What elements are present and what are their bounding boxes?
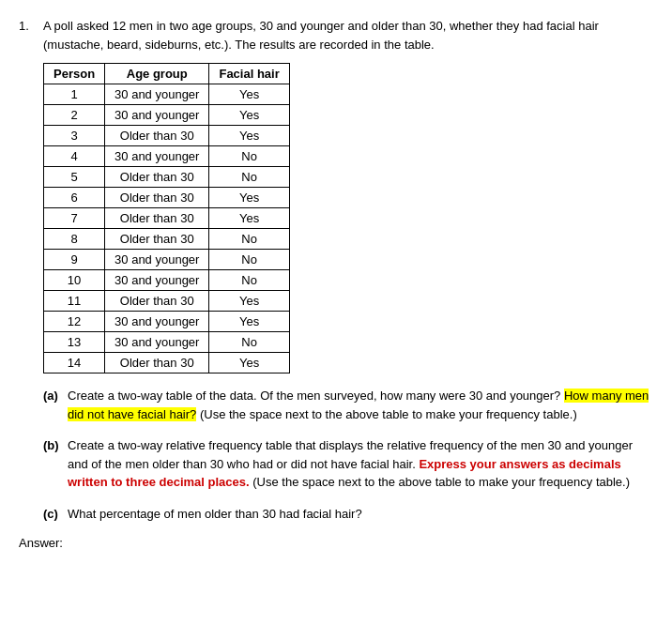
sub-questions: (a) Create a two-way table of the data. … [43, 387, 653, 523]
sub-question-c: (c) What percentage of men older than 30… [43, 505, 653, 524]
cell-facial-hair: Yes [209, 84, 289, 105]
cell-person: 14 [44, 353, 105, 373]
cell-facial-hair: Yes [209, 208, 289, 229]
cell-facial-hair: No [209, 229, 289, 250]
cell-age-group: Older than 30 [105, 291, 209, 312]
cell-person: 3 [44, 126, 105, 146]
table-row: 8 Older than 30 No [44, 229, 290, 250]
cell-age-group: 30 and younger [105, 270, 209, 291]
cell-person: 12 [44, 312, 105, 332]
cell-person: 11 [44, 291, 105, 312]
cell-facial-hair: Yes [209, 105, 289, 126]
cell-age-group: 30 and younger [105, 250, 209, 270]
cell-age-group: Older than 30 [105, 353, 209, 373]
data-table-wrapper: Person Age group Facial hair 1 30 and yo… [43, 63, 653, 373]
table-row: 3 Older than 30 Yes [44, 126, 290, 146]
cell-facial-hair: Yes [209, 291, 289, 312]
cell-person: 9 [44, 250, 105, 270]
table-row: 13 30 and younger No [44, 332, 290, 353]
cell-facial-hair: No [209, 332, 289, 353]
table-row: 10 30 and younger No [44, 270, 290, 291]
cell-facial-hair: No [209, 167, 289, 188]
sub-a-text: Create a two-way table of the data. Of t… [68, 387, 653, 423]
cell-facial-hair: Yes [209, 188, 289, 208]
cell-facial-hair: No [209, 250, 289, 270]
sub-c-text: What percentage of men older than 30 had… [68, 505, 653, 524]
table-row: 2 30 and younger Yes [44, 105, 290, 126]
sub-b-text: Create a two-way relative frequency tabl… [68, 436, 653, 492]
cell-age-group: Older than 30 [105, 188, 209, 208]
col-header-person: Person [44, 64, 105, 84]
sub-b-instruction: (Use the space next to the above table t… [252, 475, 630, 489]
survey-table: Person Age group Facial hair 1 30 and yo… [43, 63, 290, 373]
question-intro: A poll asked 12 men in two age groups, 3… [43, 17, 653, 53]
cell-age-group: Older than 30 [105, 208, 209, 229]
cell-person: 6 [44, 188, 105, 208]
answer-line: Answer: [19, 536, 653, 550]
sub-question-a: (a) Create a two-way table of the data. … [43, 387, 653, 423]
table-row: 6 Older than 30 Yes [44, 188, 290, 208]
table-row: 7 Older than 30 Yes [44, 208, 290, 229]
cell-person: 2 [44, 105, 105, 126]
cell-person: 1 [44, 84, 105, 105]
cell-facial-hair: Yes [209, 126, 289, 146]
cell-person: 5 [44, 167, 105, 188]
cell-facial-hair: No [209, 270, 289, 291]
table-row: 12 30 and younger Yes [44, 312, 290, 332]
sub-a-instruction: (Use the space next to the above table t… [200, 407, 577, 421]
table-row: 1 30 and younger Yes [44, 84, 290, 105]
cell-person: 4 [44, 146, 105, 167]
table-row: 11 Older than 30 Yes [44, 291, 290, 312]
question-1: 1. A poll asked 12 men in two age groups… [19, 17, 653, 550]
sub-question-b: (b) Create a two-way relative frequency … [43, 436, 653, 492]
sub-b-label: (b) [43, 436, 64, 492]
cell-facial-hair: Yes [209, 312, 289, 332]
cell-person: 7 [44, 208, 105, 229]
cell-age-group: Older than 30 [105, 229, 209, 250]
sub-c-label: (c) [43, 505, 64, 524]
table-row: 9 30 and younger No [44, 250, 290, 270]
question-number: 1. [19, 17, 36, 53]
cell-age-group: 30 and younger [105, 84, 209, 105]
table-row: 5 Older than 30 No [44, 167, 290, 188]
cell-person: 13 [44, 332, 105, 353]
table-row: 4 30 and younger No [44, 146, 290, 167]
cell-age-group: 30 and younger [105, 332, 209, 353]
answer-label: Answer: [19, 536, 63, 550]
cell-facial-hair: Yes [209, 353, 289, 373]
table-header-row: Person Age group Facial hair [44, 64, 290, 84]
cell-person: 10 [44, 270, 105, 291]
cell-age-group: Older than 30 [105, 167, 209, 188]
cell-person: 8 [44, 229, 105, 250]
sub-a-label: (a) [43, 387, 64, 423]
col-header-age-group: Age group [105, 64, 209, 84]
cell-age-group: Older than 30 [105, 126, 209, 146]
cell-age-group: 30 and younger [105, 146, 209, 167]
cell-facial-hair: No [209, 146, 289, 167]
cell-age-group: 30 and younger [105, 105, 209, 126]
col-header-facial-hair: Facial hair [209, 64, 289, 84]
cell-age-group: 30 and younger [105, 312, 209, 332]
table-row: 14 Older than 30 Yes [44, 353, 290, 373]
